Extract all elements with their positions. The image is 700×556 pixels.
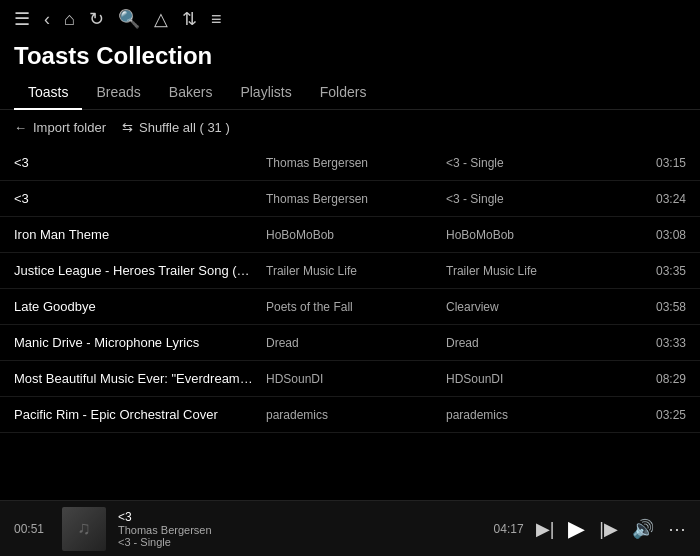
song-duration: 03:24 <box>626 192 686 206</box>
skip-back-button[interactable]: ▶| <box>536 520 555 538</box>
volume-icon[interactable]: 🔊 <box>632 520 654 538</box>
song-album: Dread <box>446 336 626 350</box>
song-artist: Thomas Bergersen <box>266 156 446 170</box>
playbar: 00:51 ♫ <3 Thomas Bergersen <3 - Single … <box>0 500 700 556</box>
song-duration: 03:08 <box>626 228 686 242</box>
song-row[interactable]: <3Thomas Bergersen<3 - Single03:24 <box>0 181 700 217</box>
song-row[interactable]: Iron Man ThemeHoBoMoBobHoBoMoBob03:08 <box>0 217 700 253</box>
shuffle-icon: ⇆ <box>122 120 133 135</box>
song-artist: HoBoMoBob <box>266 228 446 242</box>
shuffle-all-button[interactable]: ⇆ Shuffle all ( 31 ) <box>122 120 230 135</box>
sort-icon[interactable]: ⇅ <box>182 8 197 30</box>
tab-toasts[interactable]: Toasts <box>14 76 82 110</box>
song-row[interactable]: Late GoodbyePoets of the FallClearview03… <box>0 289 700 325</box>
total-time: 04:17 <box>488 522 524 536</box>
refresh-icon[interactable]: ↻ <box>89 8 104 30</box>
tab-bakers[interactable]: Bakers <box>155 76 227 110</box>
import-icon: ← <box>14 120 27 135</box>
song-duration: 03:25 <box>626 408 686 422</box>
tab-folders[interactable]: Folders <box>306 76 381 110</box>
song-duration: 08:29 <box>626 372 686 386</box>
playbar-album: <3 - Single <box>118 536 476 548</box>
menu-icon[interactable]: ☰ <box>14 8 30 30</box>
song-artist: Thomas Bergersen <box>266 192 446 206</box>
back-icon[interactable]: ‹ <box>44 9 50 30</box>
song-album: <3 - Single <box>446 192 626 206</box>
search-icon[interactable]: 🔍 <box>118 8 140 30</box>
song-title: <3 <box>14 155 266 170</box>
song-duration: 03:58 <box>626 300 686 314</box>
playbar-controls: ▶| ▶ |▶ 🔊 ⋯ <box>536 518 686 540</box>
import-label: Import folder <box>33 120 106 135</box>
song-duration: 03:35 <box>626 264 686 278</box>
song-album: HoBoMoBob <box>446 228 626 242</box>
song-artist: Dread <box>266 336 446 350</box>
song-album: <3 - Single <box>446 156 626 170</box>
song-row[interactable]: <3Thomas Bergersen<3 - Single03:15 <box>0 145 700 181</box>
song-title: Manic Drive - Microphone Lyrics <box>14 335 266 350</box>
song-title: Most Beautiful Music Ever: "Everdream" b… <box>14 371 266 386</box>
song-title: Late Goodbye <box>14 299 266 314</box>
tab-playlists[interactable]: Playlists <box>226 76 305 110</box>
skip-forward-button[interactable]: |▶ <box>599 520 618 538</box>
song-album: Trailer Music Life <box>446 264 626 278</box>
song-album: Clearview <box>446 300 626 314</box>
playbar-artist: Thomas Bergersen <box>118 524 476 536</box>
song-artist: Poets of the Fall <box>266 300 446 314</box>
more-options-button[interactable]: ⋯ <box>668 520 686 538</box>
song-title: Pacific Rim - Epic Orchestral Cover <box>14 407 266 422</box>
list-icon[interactable]: ≡ <box>211 9 222 30</box>
song-title: Justice League - Heroes Trailer Song (Da… <box>14 263 266 278</box>
tabs-bar: Toasts Breads Bakers Playlists Folders <box>0 76 700 110</box>
song-row[interactable]: Pacific Rim - Epic Orchestral Coverparad… <box>0 397 700 433</box>
song-title: <3 <box>14 191 266 206</box>
action-bar: ← Import folder ⇆ Shuffle all ( 31 ) <box>0 110 700 145</box>
song-row[interactable]: Justice League - Heroes Trailer Song (Da… <box>0 253 700 289</box>
song-duration: 03:33 <box>626 336 686 350</box>
album-art: ♫ <box>62 507 106 551</box>
song-row[interactable]: Most Beautiful Music Ever: "Everdream" b… <box>0 361 700 397</box>
playbar-info: <3 Thomas Bergersen <3 - Single <box>118 510 476 548</box>
home-icon[interactable]: ⌂ <box>64 9 75 30</box>
song-artist: HDSounDI <box>266 372 446 386</box>
song-album: HDSounDI <box>446 372 626 386</box>
playbar-song-title: <3 <box>118 510 476 524</box>
song-artist: Trailer Music Life <box>266 264 446 278</box>
song-title: Iron Man Theme <box>14 227 266 242</box>
song-row[interactable]: Manic Drive - Microphone LyricsDreadDrea… <box>0 325 700 361</box>
song-album: parademics <box>446 408 626 422</box>
current-time: 00:51 <box>14 522 50 536</box>
song-list: <3Thomas Bergersen<3 - Single03:15<3Thom… <box>0 145 700 500</box>
song-artist: parademics <box>266 408 446 422</box>
song-duration: 03:15 <box>626 156 686 170</box>
tab-breads[interactable]: Breads <box>82 76 154 110</box>
play-button[interactable]: ▶ <box>568 518 585 540</box>
top-nav: ☰ ‹ ⌂ ↻ 🔍 △ ⇅ ≡ <box>0 0 700 38</box>
filter-icon[interactable]: △ <box>154 8 168 30</box>
shuffle-label: Shuffle all ( 31 ) <box>139 120 230 135</box>
page-title: Toasts Collection <box>0 38 700 76</box>
import-folder-button[interactable]: ← Import folder <box>14 120 106 135</box>
